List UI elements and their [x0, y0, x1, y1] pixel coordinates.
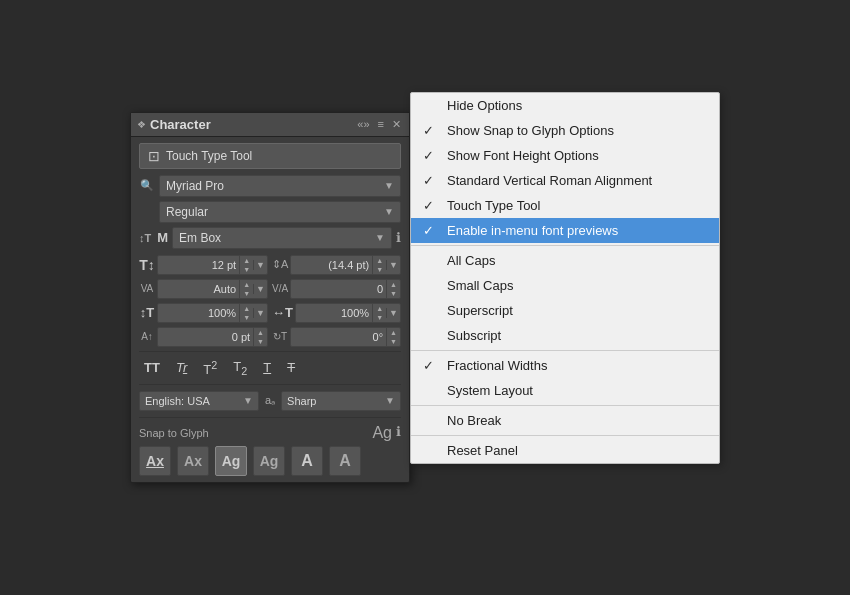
snap-icon-5[interactable]: A: [291, 446, 323, 476]
font-style-arrow: ▼: [384, 206, 394, 217]
menu-item-system-layout[interactable]: System Layout: [411, 378, 719, 403]
em-info-icon[interactable]: ℹ: [396, 230, 401, 245]
tracking-up[interactable]: ▲: [387, 280, 400, 289]
kerning-cell: VA Auto ▲ ▼ ▼: [139, 279, 268, 299]
baseline-shift-spinbox[interactable]: 0 pt ▲ ▼: [157, 327, 268, 347]
font-style-dropdown[interactable]: Regular ▼: [159, 201, 401, 223]
tracking-down[interactable]: ▼: [387, 289, 400, 298]
font-size-up[interactable]: ▲: [240, 256, 253, 265]
snap-info-icon[interactable]: ℹ: [396, 424, 401, 442]
style-sub-button[interactable]: T2: [228, 356, 252, 380]
rotation-icon: ↻T: [272, 331, 288, 342]
check-standard-vertical: ✓: [423, 173, 434, 188]
leading-cell: ⇕A (14.4 pt) ▲ ▼ ▼: [272, 255, 401, 275]
horizontal-scale-icon: ↔T: [272, 305, 293, 320]
vertical-scale-dd[interactable]: ▼: [253, 308, 267, 318]
menu-item-show-font-height[interactable]: ✓ Show Font Height Options: [411, 143, 719, 168]
touch-type-tool-button[interactable]: ⊡ Touch Type Tool: [139, 143, 401, 169]
language-value: English: USA: [145, 395, 210, 407]
leading-icon: ⇕A: [272, 258, 288, 271]
font-style-value: Regular: [166, 205, 208, 219]
menu-item-hide-options[interactable]: Hide Options: [411, 93, 719, 118]
sharpness-dropdown[interactable]: Sharp ▼: [281, 391, 401, 411]
vertical-scale-spinbox[interactable]: 100% ▲ ▼ ▼: [157, 303, 268, 323]
menu-item-subscript[interactable]: Subscript: [411, 323, 719, 348]
menu-item-all-caps[interactable]: All Caps: [411, 248, 719, 273]
rotation-down[interactable]: ▼: [387, 337, 400, 346]
menu-item-standard-vertical[interactable]: ✓ Standard Vertical Roman Alignment: [411, 168, 719, 193]
style-super-button[interactable]: T2: [198, 356, 222, 380]
kerning-dd[interactable]: ▼: [253, 284, 267, 294]
snap-section: Snap to Glyph Ag ℹ Ax Ax Ag Ag A A: [139, 417, 401, 476]
font-family-dropdown[interactable]: Myriad Pro ▼: [159, 175, 401, 197]
sharpness-arrow: ▼: [385, 395, 395, 406]
rotation-value: 0°: [291, 329, 386, 345]
menu-item-reset-panel[interactable]: Reset Panel: [411, 438, 719, 463]
tracking-icon: V/A: [272, 283, 288, 294]
baseline-shift-icon: A↑: [139, 331, 155, 342]
leading-spinbox[interactable]: (14.4 pt) ▲ ▼ ▼: [290, 255, 401, 275]
style-tr-button[interactable]: Tr: [171, 357, 192, 378]
panel-menu-btn[interactable]: ≡: [376, 118, 386, 130]
snap-header: Snap to Glyph Ag ℹ: [139, 424, 401, 442]
leading-dd[interactable]: ▼: [386, 260, 400, 270]
menu-item-fractional-widths[interactable]: ✓ Fractional Widths: [411, 353, 719, 378]
character-panel: ❖ Character «» ≡ ✕ ⊡ Touch Type Tool 🔍 M…: [130, 112, 410, 483]
panel-close-btn[interactable]: ✕: [390, 118, 403, 131]
horizontal-scale-dd[interactable]: ▼: [386, 308, 400, 318]
style-strike-button[interactable]: T: [282, 357, 300, 378]
language-dropdown[interactable]: English: USA ▼: [139, 391, 259, 411]
em-box-dropdown[interactable]: Em Box ▼: [172, 227, 392, 249]
baseline-shift-down[interactable]: ▼: [254, 337, 267, 346]
font-size-spinbox[interactable]: 12 pt ▲ ▼ ▼: [157, 255, 268, 275]
menu-item-touch-type-tool[interactable]: ✓ Touch Type Tool: [411, 193, 719, 218]
snap-icon-2[interactable]: Ax: [177, 446, 209, 476]
kerning-down[interactable]: ▼: [240, 289, 253, 298]
menu-item-show-snap-glyph[interactable]: ✓ Show Snap to Glyph Options: [411, 118, 719, 143]
horizontal-scale-down[interactable]: ▼: [373, 313, 386, 322]
font-size-down[interactable]: ▼: [240, 265, 253, 274]
context-menu: Hide Options ✓ Show Snap to Glyph Option…: [410, 92, 720, 464]
leading-up[interactable]: ▲: [373, 256, 386, 265]
leading-value: (14.4 pt): [291, 257, 372, 273]
panel-titlebar: ❖ Character «» ≡ ✕: [131, 113, 409, 137]
menu-item-superscript[interactable]: Superscript: [411, 298, 719, 323]
menu-item-no-break[interactable]: No Break: [411, 408, 719, 433]
horizontal-scale-up[interactable]: ▲: [373, 304, 386, 313]
leading-down[interactable]: ▼: [373, 265, 386, 274]
rotation-spinbox[interactable]: 0° ▲ ▼: [290, 327, 401, 347]
check-show-snap-glyph: ✓: [423, 123, 434, 138]
vertical-scale-cell: ↕T 100% ▲ ▼ ▼: [139, 303, 268, 323]
horizontal-scale-value: 100%: [296, 305, 372, 321]
kerning-icon: VA: [139, 283, 155, 294]
horizontal-scale-spinbox[interactable]: 100% ▲ ▼ ▼: [295, 303, 401, 323]
check-enable-font-previews: ✓: [423, 223, 434, 238]
style-underline-button[interactable]: T: [258, 357, 276, 378]
font-size-dd[interactable]: ▼: [253, 260, 267, 270]
kerning-spinbox[interactable]: Auto ▲ ▼ ▼: [157, 279, 268, 299]
baseline-shift-up[interactable]: ▲: [254, 328, 267, 337]
menu-item-enable-font-previews[interactable]: ✓ Enable in-menu font previews: [411, 218, 719, 243]
font-family-arrow: ▼: [384, 180, 394, 191]
tracking-spinbox[interactable]: 0 ▲ ▼: [290, 279, 401, 299]
kerning-up[interactable]: ▲: [240, 280, 253, 289]
snap-glyph-icon[interactable]: Ag: [372, 424, 392, 442]
vertical-scale-down[interactable]: ▼: [240, 313, 253, 322]
snap-icon-3[interactable]: Ag: [215, 446, 247, 476]
check-show-font-height: ✓: [423, 148, 434, 163]
panel-collapse-btn[interactable]: «»: [355, 118, 371, 130]
menu-separator-4: [411, 435, 719, 436]
snap-icon-6[interactable]: A: [329, 446, 361, 476]
horizontal-scale-arrows: ▲ ▼: [372, 304, 386, 322]
menu-separator-1: [411, 245, 719, 246]
rotation-up[interactable]: ▲: [387, 328, 400, 337]
vertical-scale-up[interactable]: ▲: [240, 304, 253, 313]
panel-controls: «» ≡ ✕: [355, 118, 403, 131]
menu-item-small-caps[interactable]: Small Caps: [411, 273, 719, 298]
font-family-value: Myriad Pro: [166, 179, 224, 193]
snap-icon-4[interactable]: Ag: [253, 446, 285, 476]
snap-icon-1[interactable]: Ax: [139, 446, 171, 476]
em-box-icon: ↕T: [139, 232, 151, 244]
style-tt-button[interactable]: TT: [139, 357, 165, 378]
vertical-scale-value: 100%: [158, 305, 239, 321]
